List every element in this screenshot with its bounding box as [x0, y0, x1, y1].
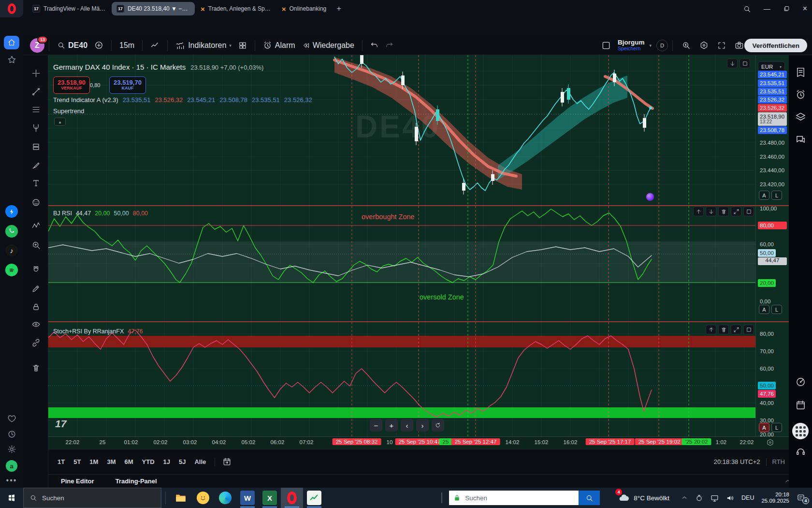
log-scale-button[interactable]: L	[771, 305, 782, 314]
tool-long-short-position[interactable]	[29, 140, 42, 153]
tool-fib-lines[interactable]	[29, 103, 42, 116]
weather-widget[interactable]: 4 8°C Bewölkt	[618, 492, 669, 504]
replay-button[interactable]: Wiedergabe	[299, 39, 358, 52]
compare-add-button[interactable]	[91, 39, 107, 52]
opera-taskbar-button[interactable]	[281, 488, 303, 508]
indicator-legend-supertrend[interactable]: Supertrend	[53, 107, 84, 115]
range-1M[interactable]: 1M	[85, 456, 102, 468]
fullscreen-icon[interactable]	[717, 41, 726, 50]
rail-help-headset-icon[interactable]	[789, 446, 812, 457]
tool-emoji-tool[interactable]	[29, 196, 42, 209]
rail-calendar-icon[interactable]	[789, 400, 812, 411]
avatar[interactable]: Z 13	[30, 38, 44, 53]
tray-expand-icon[interactable]	[681, 494, 688, 501]
stoch-panel-trash-button[interactable]	[718, 325, 729, 334]
chart-canvas[interactable]	[48, 55, 755, 436]
symbol-search-button[interactable]: DE40	[54, 39, 91, 52]
interval-button[interactable]: 15m	[116, 39, 138, 52]
range-1T[interactable]: 1T	[53, 456, 69, 468]
rail-chat-icon[interactable]	[789, 134, 812, 146]
rail-object-tree-icon[interactable]	[789, 112, 812, 123]
rsi-panel-arrdown-button[interactable]	[706, 207, 716, 216]
tool-lock-drawings[interactable]	[29, 300, 42, 313]
browser-tab-1[interactable]: 17DE40 23.518,40 ▼ −0.77%	[112, 2, 195, 15]
reset-view-button[interactable]	[432, 419, 444, 432]
publish-button[interactable]: Veröffentlichen	[744, 39, 807, 52]
win-search-field[interactable]: Suchen	[449, 491, 579, 505]
undo-button[interactable]	[367, 39, 382, 51]
range-Alle[interactable]: Alle	[190, 456, 210, 468]
auto-scale-button[interactable]: A	[759, 423, 769, 432]
settings-gear-icon[interactable]	[699, 41, 709, 50]
win-search-button[interactable]	[579, 491, 600, 505]
range-1J[interactable]: 1J	[159, 456, 174, 468]
browser-search-icon[interactable]	[743, 5, 751, 13]
layout-save-button[interactable]: Bjorgum Speichern	[618, 39, 645, 51]
start-button[interactable]	[0, 488, 23, 508]
chart-legend[interactable]: Germany DAX 40 Index · 15 · IC Markets 2…	[53, 63, 263, 71]
stoch-panel-resize-button[interactable]	[731, 325, 741, 334]
rsi-panel-arrup-button[interactable]	[693, 207, 704, 216]
sidebar-more-icon[interactable]: •••	[0, 476, 23, 485]
tab-trading-panel[interactable]: Trading-Panel	[116, 478, 157, 485]
indicator-legend-trend[interactable]: Trend Indicator A (v2.3)23.535,5123.526,…	[53, 96, 312, 104]
opera-menu-button[interactable]	[0, 0, 23, 17]
volume-icon[interactable]	[726, 494, 734, 502]
file-explorer-button[interactable]	[170, 488, 192, 508]
timezone-settings-icon[interactable]	[766, 438, 774, 447]
home-button[interactable]	[0, 36, 23, 49]
keyboard-language[interactable]: DEU	[741, 494, 754, 501]
taskbar-search[interactable]: Suchen	[23, 488, 161, 508]
layout-chevron-icon[interactable]: ▾	[649, 43, 652, 48]
go-to-date-icon[interactable]	[222, 457, 232, 466]
browser-tab-2[interactable]: ×Traden, Anlegen & Sparen	[196, 2, 276, 15]
chart-app-button[interactable]	[303, 488, 325, 508]
layout-box-icon[interactable]	[601, 41, 611, 50]
tray-device-icon[interactable]	[695, 494, 703, 502]
word-button[interactable]: W	[236, 488, 259, 508]
sell-button[interactable]: 23.518,90VERKAUF	[53, 76, 90, 94]
quick-search-icon[interactable]	[682, 41, 691, 50]
layout-letter-badge[interactable]: D	[656, 40, 668, 51]
clock-widget[interactable]: 20:1825.09.2025	[761, 492, 789, 504]
clock-label[interactable]: 20:18:38 UTC+2	[714, 458, 760, 465]
notification-center[interactable]: 4	[797, 493, 805, 502]
minimize-button[interactable]: —	[764, 5, 770, 13]
range-YTD[interactable]: YTD	[138, 456, 159, 468]
tool-sync-drawings[interactable]	[29, 336, 42, 349]
range-5J[interactable]: 5J	[174, 456, 190, 468]
browser-tab-3[interactable]: ×Onlinebanking	[277, 2, 332, 15]
new-tab-button[interactable]: +	[336, 4, 341, 14]
auto-scale-button[interactable]: A	[759, 305, 769, 314]
tool-trend-line[interactable]	[29, 85, 42, 98]
restore-button[interactable]	[783, 5, 790, 13]
price-scale[interactable]: EUR▾23.545,2123.535,5123.535,5123.526,32…	[755, 55, 789, 436]
snapshot-camera-icon[interactable]	[735, 41, 744, 50]
tiktok-icon[interactable]: ♪	[0, 244, 23, 257]
range-6M[interactable]: 6M	[120, 456, 137, 468]
tool-zoom-tool[interactable]	[29, 239, 42, 251]
rsi-legend[interactable]: BJ RSI44,4720,0050,0080,00	[53, 210, 148, 217]
panel-separator[interactable]	[48, 321, 789, 322]
tab-pine-editor[interactable]: Pine Editor	[61, 478, 94, 485]
alert-button[interactable]: Alarm	[260, 39, 299, 52]
rsi-panel-box-button[interactable]	[743, 207, 754, 216]
tool-magnet-tool[interactable]	[29, 263, 42, 276]
layout-templates-button[interactable]	[235, 39, 250, 52]
chart-type-button[interactable]	[147, 39, 163, 52]
legend-collapse-button[interactable]: ▴	[54, 118, 66, 126]
spotify-icon[interactable]	[0, 264, 23, 276]
range-3M[interactable]: 3M	[102, 456, 120, 468]
rail-watchlist-icon[interactable]	[789, 67, 812, 78]
tool-pitchfork[interactable]	[29, 121, 42, 134]
status-bubble-icon[interactable]	[646, 193, 654, 201]
edge-button[interactable]	[214, 488, 236, 508]
tool-text-tool[interactable]	[29, 177, 42, 189]
whatsapp-icon[interactable]	[0, 225, 23, 238]
tool-remove-drawings[interactable]	[29, 361, 42, 374]
pan-left-button[interactable]: ‹	[401, 419, 413, 432]
tradingview-watermark-logo[interactable]: 17	[55, 418, 66, 430]
auto-scale-button[interactable]: A	[759, 191, 769, 200]
aria-icon[interactable]: a	[0, 460, 23, 472]
excel-button[interactable]: X	[259, 488, 281, 508]
